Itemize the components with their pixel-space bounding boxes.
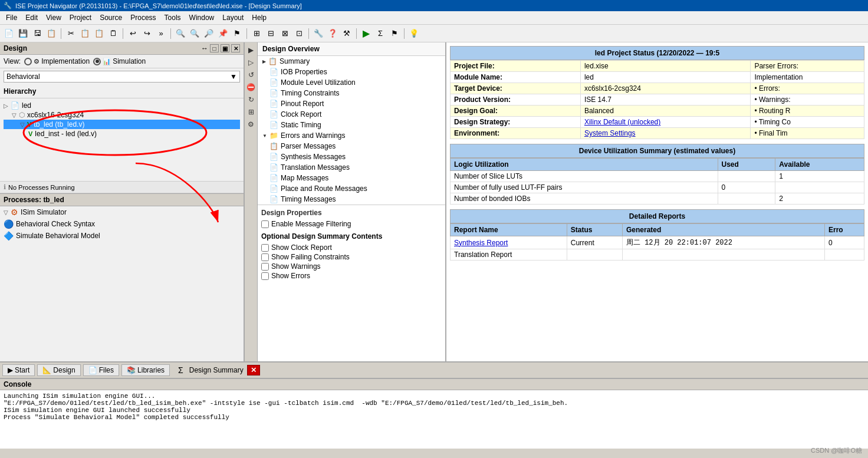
toolbar-pin[interactable]: 📌 bbox=[216, 27, 229, 40]
tree-item-xc6[interactable]: ▽ ⬡ xc6slx16-2csg324 bbox=[4, 110, 240, 120]
checkbox-enable-filter-input[interactable] bbox=[261, 220, 269, 228]
strip-btn-grid[interactable]: ⊞ bbox=[246, 107, 257, 117]
panel-close[interactable]: ✕ bbox=[231, 44, 240, 52]
strip-btn-reload[interactable]: ↺ bbox=[246, 70, 257, 80]
status-val-6[interactable]: System Settings bbox=[580, 128, 751, 139]
tree-iob[interactable]: 📄 IOB Properties bbox=[258, 67, 445, 77]
toolbar-lightning[interactable]: ⚑ bbox=[388, 27, 401, 40]
menu-tools[interactable]: Tools bbox=[161, 12, 185, 23]
tree-synth-msgs[interactable]: 📄 Synthesis Messages bbox=[258, 151, 445, 162]
menu-edit[interactable]: Edit bbox=[22, 12, 41, 23]
toolbar-sigma[interactable]: Σ bbox=[374, 27, 387, 40]
tree-item-led[interactable]: ▷ 📄 led bbox=[4, 101, 240, 110]
tree-item-tb-led[interactable]: ▽ V tb_led (tb_led.v) bbox=[4, 120, 240, 129]
tree-timing-constraints[interactable]: 📄 Timing Constraints bbox=[258, 88, 445, 98]
tree-trans-msgs[interactable]: 📄 Translation Messages bbox=[258, 162, 445, 173]
strip-btn-stop[interactable]: ⛔ bbox=[246, 82, 257, 93]
panel-maximize[interactable]: ▣ bbox=[221, 44, 229, 52]
menu-project[interactable]: Project bbox=[66, 12, 95, 23]
menu-process[interactable]: Process bbox=[127, 12, 159, 23]
tree-clock-report[interactable]: 📄 Clock Report bbox=[258, 109, 445, 120]
toolbar-save[interactable]: 💾 bbox=[17, 27, 29, 40]
status-stat-3: • Warnings: bbox=[751, 94, 864, 106]
tree-expand-xc6: ▽ bbox=[12, 112, 17, 118]
checkbox-show-warnings-input[interactable] bbox=[261, 263, 269, 271]
toolbar-arrows[interactable]: » bbox=[154, 27, 167, 40]
view-implementation[interactable]: ⚙ Implementation bbox=[24, 57, 90, 65]
strip-btn-refresh[interactable]: ↻ bbox=[246, 94, 257, 105]
toolbar-help[interactable]: ❓ bbox=[326, 27, 339, 40]
menu-layout[interactable]: Layout bbox=[219, 12, 247, 23]
tab-libraries[interactable]: 📚 Libraries bbox=[121, 364, 170, 376]
toolbar-search[interactable]: 🔍 bbox=[174, 27, 187, 40]
tab-design[interactable]: 📐 Design bbox=[37, 364, 80, 376]
toolbar-box2[interactable]: ⊡ bbox=[292, 27, 305, 40]
checkbox-show-clock-input[interactable] bbox=[261, 244, 269, 252]
strip-btn-settings[interactable]: ⚙ bbox=[246, 119, 257, 130]
toolbar-cut[interactable]: ✂ bbox=[64, 27, 77, 40]
tree-map-msgs[interactable]: 📄 Map Messages bbox=[258, 173, 445, 183]
tree-pinout[interactable]: 📄 Pinout Report bbox=[258, 98, 445, 109]
tree-item-led-inst[interactable]: V led_inst - led (led.v) bbox=[4, 129, 240, 139]
toolbar-tool2[interactable]: ⚒ bbox=[340, 27, 353, 40]
tree-summary[interactable]: ▶ 📋 Summary bbox=[258, 56, 445, 67]
close-design-summary-btn[interactable]: ✕ bbox=[247, 365, 260, 375]
toolbar-flag[interactable]: ⚑ bbox=[231, 27, 244, 40]
tree-errors-warnings[interactable]: ▼ 📁 Errors and Warnings bbox=[258, 130, 445, 141]
toolbar-wrench[interactable]: 🔧 bbox=[312, 27, 325, 40]
radio-sim[interactable] bbox=[93, 58, 101, 65]
reports-status-1 bbox=[567, 249, 622, 261]
tree-parser-msgs[interactable]: 📋 Parser Messages bbox=[258, 141, 445, 151]
status-stat-5: • Timing Co bbox=[751, 117, 864, 128]
project-status-table: Project File: led.xise Parser Errors: Mo… bbox=[450, 60, 864, 139]
hierarchy-dropdown[interactable]: Behavioral ▼ bbox=[4, 71, 240, 83]
menu-help[interactable]: Help bbox=[248, 12, 270, 23]
process-check-syntax[interactable]: 🔵 Behavioral Check Syntax bbox=[0, 218, 244, 230]
view-simulation[interactable]: 📊 Simulation bbox=[93, 57, 146, 65]
toolbar-blank[interactable]: 📋 bbox=[45, 27, 58, 40]
menu-file[interactable]: File bbox=[2, 12, 21, 23]
menu-source[interactable]: Source bbox=[96, 12, 126, 23]
status-stat-0: Parser Errors: bbox=[751, 61, 864, 72]
toolbar-bulb[interactable]: 💡 bbox=[407, 27, 420, 40]
tree-module-util[interactable]: 📄 Module Level Utilization bbox=[258, 77, 445, 88]
toolbar-save2[interactable]: 🖫 bbox=[31, 27, 44, 40]
menu-window[interactable]: Window bbox=[186, 12, 218, 23]
util-avail-1 bbox=[775, 182, 864, 193]
toolbar-search2[interactable]: 🔍 bbox=[188, 27, 201, 40]
toolbar-copy[interactable]: 📋 bbox=[78, 27, 91, 40]
strip-btn-arrow-right[interactable]: ▶ bbox=[246, 45, 257, 55]
processes-panel: Processes: tb_led ▽ ⚙ ISim Simulator 🔵 B… bbox=[0, 193, 244, 242]
tree-static-timing[interactable]: 📄 Static Timing bbox=[258, 120, 445, 130]
reports-generated-1 bbox=[622, 249, 824, 261]
tab-libraries-icon: 📚 bbox=[127, 366, 136, 374]
toolbar-new[interactable]: 📄 bbox=[2, 27, 15, 40]
toolbar-paste[interactable]: 📋 bbox=[93, 27, 106, 40]
tree-par-msgs[interactable]: 📄 Place and Route Messages bbox=[258, 183, 445, 194]
toolbar-blank2[interactable]: 🗒 bbox=[107, 27, 120, 40]
radio-impl[interactable] bbox=[24, 58, 32, 65]
status-val-5[interactable]: Xilinx Default (unlocked) bbox=[580, 117, 751, 128]
toolbar-find[interactable]: 🔎 bbox=[202, 27, 215, 40]
menu-view[interactable]: View bbox=[42, 12, 65, 23]
menu-bar: File Edit View Project Source Process To… bbox=[0, 11, 868, 25]
checkbox-show-failing-input[interactable] bbox=[261, 253, 269, 261]
process-simulate[interactable]: 🔷 Simulate Behavioral Model bbox=[0, 230, 244, 242]
reports-col-status: Status bbox=[567, 224, 622, 236]
view-impl-label: Implementation bbox=[41, 57, 90, 65]
toolbar-redo[interactable]: ↪ bbox=[140, 27, 153, 40]
panel-minimize[interactable]: □ bbox=[210, 44, 219, 52]
process-isim[interactable]: ▽ ⚙ ISim Simulator bbox=[0, 206, 244, 218]
tab-files[interactable]: 📄 Files bbox=[83, 364, 119, 376]
tab-start[interactable]: ▶ Start bbox=[2, 364, 35, 376]
reports-name-0[interactable]: Synthesis Report bbox=[451, 236, 567, 249]
toolbar-play[interactable]: ▶ bbox=[360, 27, 373, 40]
tree-timing-msgs[interactable]: 📄 Timing Messages bbox=[258, 194, 445, 205]
toolbar-undo[interactable]: ↩ bbox=[126, 27, 139, 40]
strip-btn-arrow-right2[interactable]: ▷ bbox=[246, 57, 257, 68]
toolbar-copy3[interactable]: ⊞ bbox=[250, 27, 263, 40]
toolbar-view[interactable]: ⊟ bbox=[264, 27, 277, 40]
checkbox-show-errors-input[interactable] bbox=[261, 272, 269, 280]
toolbar-box[interactable]: ⊠ bbox=[278, 27, 291, 40]
design-overview-title: Design Overview bbox=[262, 45, 320, 53]
